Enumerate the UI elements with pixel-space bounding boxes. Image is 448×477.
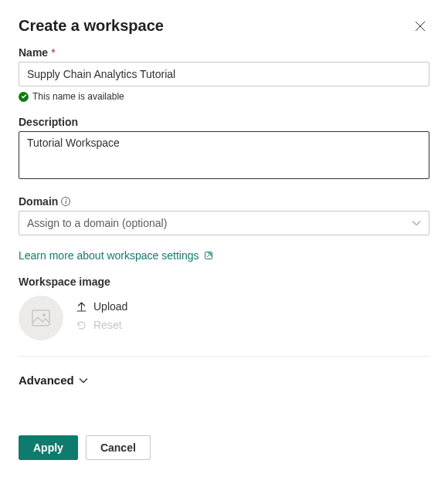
domain-label: Domain i <box>19 195 429 208</box>
upload-button[interactable]: Upload <box>76 300 127 313</box>
description-input[interactable]: Tutorial Workspace <box>19 131 429 179</box>
chevron-down-icon <box>412 220 421 226</box>
name-label: Name * <box>19 46 429 59</box>
cancel-button[interactable]: Cancel <box>86 435 151 460</box>
upload-label: Upload <box>93 300 127 313</box>
domain-placeholder: Assign to a domain (optional) <box>27 217 167 229</box>
apply-button[interactable]: Apply <box>19 435 78 460</box>
svg-point-2 <box>42 313 46 316</box>
workspace-image-placeholder <box>19 296 63 340</box>
learn-more-text: Learn more about workspace settings <box>19 249 199 262</box>
required-indicator: * <box>51 46 55 59</box>
external-link-icon <box>203 250 214 261</box>
name-input[interactable] <box>19 62 429 86</box>
image-icon <box>30 307 52 329</box>
chevron-down-icon <box>79 377 88 384</box>
upload-icon <box>76 301 87 313</box>
dialog-footer: Apply Cancel <box>19 435 151 460</box>
domain-label-text: Domain <box>19 195 58 208</box>
close-icon <box>415 21 426 32</box>
workspace-image-section: Workspace image Upload Reset <box>19 276 429 340</box>
info-icon[interactable]: i <box>61 197 70 206</box>
close-button[interactable] <box>411 17 429 36</box>
svg-rect-1 <box>32 310 49 326</box>
availability-text: This name is available <box>32 91 124 102</box>
learn-more-link[interactable]: Learn more about workspace settings <box>19 249 214 262</box>
reset-icon <box>76 320 87 331</box>
domain-dropdown[interactable]: Assign to a domain (optional) <box>19 211 429 235</box>
advanced-label: Advanced <box>19 374 74 387</box>
divider <box>19 356 429 357</box>
domain-section: Domain i Assign to a domain (optional) <box>19 195 429 235</box>
check-icon <box>19 92 29 102</box>
description-section: Description Tutorial Workspace <box>19 116 429 181</box>
advanced-toggle[interactable]: Advanced <box>19 374 88 387</box>
description-label: Description <box>19 116 429 128</box>
name-label-text: Name <box>19 46 48 59</box>
workspace-image-label: Workspace image <box>19 276 429 288</box>
name-section: Name * This name is available <box>19 46 429 102</box>
name-availability: This name is available <box>19 91 429 102</box>
reset-label: Reset <box>93 319 122 331</box>
dialog-title: Create a workspace <box>19 17 164 35</box>
reset-button: Reset <box>76 319 127 331</box>
